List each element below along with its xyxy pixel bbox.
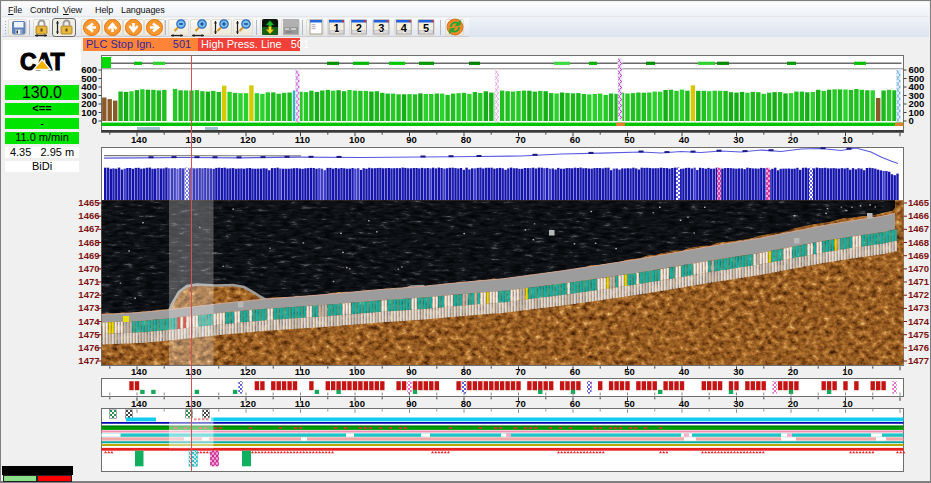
svg-text:1469: 1469 xyxy=(908,250,929,261)
svg-text:10: 10 xyxy=(842,366,853,377)
svg-text:130: 130 xyxy=(186,398,202,409)
svg-text:1473: 1473 xyxy=(908,302,929,313)
svg-text:1465: 1465 xyxy=(78,197,100,208)
svg-text:110: 110 xyxy=(295,398,310,409)
svg-text:130: 130 xyxy=(186,134,202,145)
svg-text:1465: 1465 xyxy=(908,197,930,208)
svg-text:140: 140 xyxy=(131,134,147,145)
svg-text:1472: 1472 xyxy=(908,289,929,300)
svg-text:30: 30 xyxy=(733,398,744,409)
svg-text:120: 120 xyxy=(240,398,256,409)
svg-text:1475: 1475 xyxy=(78,329,100,340)
svg-text:80: 80 xyxy=(461,134,472,145)
svg-text:120: 120 xyxy=(240,134,256,145)
svg-text:90: 90 xyxy=(406,398,417,409)
svg-text:1468: 1468 xyxy=(908,237,929,248)
svg-text:20: 20 xyxy=(788,134,799,145)
svg-text:100: 100 xyxy=(349,398,365,409)
svg-text:140: 140 xyxy=(131,398,147,409)
svg-text:1477: 1477 xyxy=(78,355,99,366)
svg-text:1474: 1474 xyxy=(78,316,100,327)
svg-text:1471: 1471 xyxy=(908,276,930,287)
svg-text:10: 10 xyxy=(842,134,853,145)
svg-text:60: 60 xyxy=(570,134,581,145)
svg-text:140: 140 xyxy=(131,366,147,377)
svg-text:10: 10 xyxy=(842,398,853,409)
svg-text:110: 110 xyxy=(295,134,310,145)
svg-text:70: 70 xyxy=(515,398,526,409)
svg-text:80: 80 xyxy=(461,398,472,409)
svg-text:130: 130 xyxy=(186,366,202,377)
svg-text:40: 40 xyxy=(679,398,690,409)
svg-text:1469: 1469 xyxy=(78,250,99,261)
svg-text:50: 50 xyxy=(624,398,635,409)
svg-text:110: 110 xyxy=(295,366,310,377)
svg-text:120: 120 xyxy=(240,366,256,377)
svg-text:30: 30 xyxy=(733,366,744,377)
svg-text:40: 40 xyxy=(679,134,690,145)
svg-text:1473: 1473 xyxy=(78,302,99,313)
svg-text:20: 20 xyxy=(788,398,799,409)
svg-text:1477: 1477 xyxy=(908,355,929,366)
svg-text:1470: 1470 xyxy=(908,263,929,274)
svg-text:80: 80 xyxy=(461,366,472,377)
svg-text:1476: 1476 xyxy=(78,342,99,353)
svg-text:1475: 1475 xyxy=(908,329,930,340)
svg-text:50: 50 xyxy=(624,134,635,145)
svg-text:50: 50 xyxy=(624,366,635,377)
svg-text:1471: 1471 xyxy=(78,276,100,287)
svg-text:1474: 1474 xyxy=(908,316,930,327)
svg-text:1467: 1467 xyxy=(78,223,99,234)
svg-text:1472: 1472 xyxy=(78,289,99,300)
svg-text:60: 60 xyxy=(570,366,581,377)
svg-text:100: 100 xyxy=(349,134,365,145)
svg-text:0: 0 xyxy=(92,115,97,126)
svg-text:1466: 1466 xyxy=(78,210,99,221)
svg-text:90: 90 xyxy=(406,134,417,145)
svg-text:1468: 1468 xyxy=(78,237,99,248)
svg-text:1476: 1476 xyxy=(908,342,929,353)
svg-text:70: 70 xyxy=(515,134,526,145)
svg-text:90: 90 xyxy=(406,366,417,377)
svg-text:1467: 1467 xyxy=(908,223,929,234)
svg-text:70: 70 xyxy=(515,366,526,377)
svg-text:100: 100 xyxy=(349,366,365,377)
svg-text:1470: 1470 xyxy=(78,263,99,274)
svg-text:30: 30 xyxy=(733,134,744,145)
svg-text:60: 60 xyxy=(570,398,581,409)
svg-text:40: 40 xyxy=(679,366,690,377)
svg-text:1466: 1466 xyxy=(908,210,929,221)
svg-text:0: 0 xyxy=(909,115,914,126)
svg-text:20: 20 xyxy=(788,366,799,377)
